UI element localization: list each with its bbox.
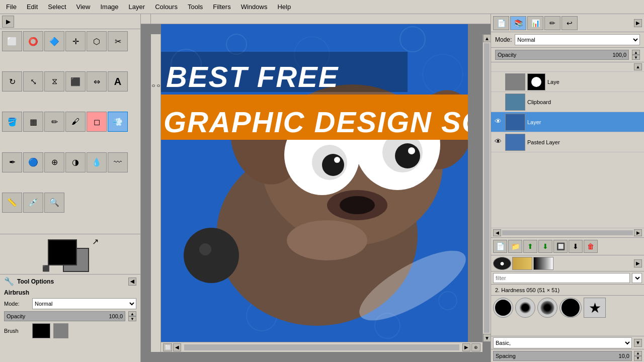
duplicate-layer-btn[interactable]: ⬇ [569, 240, 583, 253]
new-layer-btn[interactable]: 📄 [493, 240, 507, 253]
tool-rotate[interactable]: ↻ [2, 71, 22, 92]
layer-eye-clipboard[interactable] [493, 97, 503, 107]
layer-item-layer[interactable]: 👁 Layer [491, 112, 644, 132]
canvas-container[interactable]: 1 0 0 5 [151, 24, 491, 352]
scrollbar-bottom[interactable]: ⬜ ◀ ▶ ⊕ [161, 342, 482, 352]
menu-view[interactable]: View [72, 2, 95, 12]
layers-channels-btn[interactable]: 📊 [527, 16, 543, 30]
zoom-icon[interactable]: ⊕ [471, 343, 480, 351]
tool-color-picker[interactable]: 💉 [23, 193, 43, 213]
tool-smudge[interactable]: 〰 [108, 152, 128, 172]
tool-airbrush[interactable]: 💨 [108, 112, 128, 132]
menu-edit[interactable]: Edit [23, 2, 42, 12]
layer-eye-laye[interactable] [493, 77, 503, 87]
tool-ellipse-select[interactable]: ⭕ [23, 31, 43, 51]
scroll-up-arrow[interactable]: ▲ [483, 34, 491, 42]
menu-layer[interactable]: Layer [125, 2, 149, 12]
tool-flip[interactable]: ⇔ [87, 71, 107, 92]
scroll-thumb-vertical[interactable] [484, 43, 490, 333]
tool-measure[interactable]: 📏 [2, 193, 22, 213]
tool-paintbrush[interactable]: 🖌 [65, 112, 86, 132]
opacity-down[interactable]: ▼ [128, 316, 136, 321]
layers-scroll-left[interactable]: ◀ [493, 229, 501, 236]
brush-item-4[interactable] [559, 298, 582, 318]
brush-item-5[interactable]: ★ [584, 298, 606, 318]
layer-eye-layer[interactable]: 👁 [493, 117, 503, 127]
menu-colours[interactable]: Colours [151, 2, 182, 12]
swap-colors-icon[interactable]: ↗ [92, 237, 99, 246]
tool-crop[interactable]: ✂ [108, 31, 128, 51]
layers-page-btn[interactable]: 📄 [493, 16, 509, 30]
tool-eraser[interactable]: ◻ [87, 112, 107, 132]
brush-item-2[interactable] [515, 298, 535, 318]
foreground-color[interactable] [48, 239, 77, 265]
toolbar-nav-btn[interactable]: ▶ [2, 16, 14, 28]
scroll-left-arrow[interactable]: ◀ [173, 343, 181, 351]
tool-blend[interactable]: ▦ [23, 112, 43, 132]
layers-opacity-down[interactable]: ▼ [632, 55, 640, 60]
tool-free-select[interactable]: 🔷 [44, 31, 64, 51]
brush-filter-dropdown[interactable]: ▼ [632, 273, 642, 283]
brush-brushes-btn[interactable] [533, 257, 553, 270]
brush-patterns-btn[interactable]: ● [493, 257, 511, 270]
menu-windows[interactable]: Windows [237, 2, 272, 12]
canvas-image-area[interactable]: BEST FREE GRAPHIC DESIGN SOFTWARE [161, 24, 482, 344]
layers-mode-select[interactable]: Normal Multiply Screen [515, 34, 640, 45]
lower-layer-btn[interactable]: ⬇ [538, 240, 552, 253]
brush-type-select[interactable]: Basic, [493, 337, 632, 348]
tool-blur-sharpen[interactable]: 💧 [87, 152, 107, 172]
layers-stack-btn[interactable]: 📚 [510, 16, 526, 30]
scroll-thumb-horizontal[interactable] [184, 344, 459, 350]
brush-spacing-slider[interactable]: Spacing 10,0 [493, 351, 632, 361]
tool-heal[interactable]: ⊕ [44, 152, 64, 172]
anchor-layer-btn[interactable]: 🔲 [553, 240, 568, 253]
layers-paths-btn[interactable]: ✏ [544, 16, 560, 30]
layers-opacity-slider[interactable]: Opacity 100,0 [495, 50, 629, 60]
brush-item-1[interactable] [493, 298, 513, 318]
scrollbar-right[interactable]: ▲ ▼ [482, 34, 491, 342]
delete-layer-btn[interactable]: 🗑 [584, 240, 598, 253]
raise-layer-btn[interactable]: ⬆ [523, 240, 537, 253]
menu-select[interactable]: Select [44, 2, 70, 12]
brush-type-collapse[interactable]: ▼ [634, 339, 642, 347]
brushes-collapse[interactable]: ▶ [634, 259, 642, 267]
layers-collapse[interactable]: ▶ [634, 19, 642, 27]
layers-scroll-up[interactable]: ▲ [634, 63, 642, 70]
tool-zoom[interactable]: 🔍 [44, 193, 64, 213]
open-layer-btn[interactable]: 📁 [508, 240, 522, 253]
menu-tools[interactable]: Tools [184, 2, 207, 12]
scroll-right-arrow[interactable]: ▶ [462, 343, 470, 351]
mode-select[interactable]: Normal Multiply Screen [32, 298, 136, 309]
menu-image[interactable]: Image [96, 2, 122, 12]
layers-undo-btn[interactable]: ↩ [561, 16, 578, 30]
layers-hscroll-thumb[interactable] [502, 230, 633, 235]
menu-file[interactable]: File [2, 2, 21, 12]
brush-item-3[interactable] [537, 298, 557, 318]
brush-spacing-up[interactable]: ▲ [634, 351, 642, 356]
scroll-down-arrow[interactable]: ▼ [483, 334, 491, 342]
tool-dodge-burn[interactable]: ◑ [65, 152, 86, 172]
tool-shear[interactable]: ⧖ [44, 71, 64, 92]
reset-colors-icon[interactable]: ⬛ [42, 265, 50, 272]
tool-ink[interactable]: ✒ [2, 152, 22, 172]
fit-image-btn[interactable]: ⬜ [163, 343, 172, 351]
tool-options-collapse[interactable]: ◀ [128, 278, 136, 286]
tool-clone[interactable]: 🔵 [23, 152, 43, 172]
tool-scale[interactable]: ⤡ [23, 71, 43, 92]
layer-item-clipboard[interactable]: Clipboard [491, 92, 644, 112]
layer-eye-pasted[interactable]: 👁 [493, 137, 503, 147]
layers-scroll-right[interactable]: ▶ [634, 229, 642, 236]
layer-item-laye[interactable]: Laye [491, 72, 644, 92]
opacity-up[interactable]: ▲ [128, 311, 136, 316]
brush-gradients-btn[interactable] [512, 257, 532, 270]
tool-perspective[interactable]: ⬛ [65, 71, 86, 92]
tool-bucket-fill[interactable]: 🪣 [2, 112, 22, 132]
layers-opacity-up[interactable]: ▲ [632, 50, 640, 55]
tool-move[interactable]: ✛ [65, 31, 86, 51]
tool-pencil[interactable]: ✏ [44, 112, 64, 132]
tool-rect-select[interactable]: ⬜ [2, 31, 22, 51]
layer-item-pasted[interactable]: 👁 Pasted Layer [491, 132, 644, 152]
menu-help[interactable]: Help [273, 2, 295, 12]
tool-align[interactable]: ⬡ [87, 31, 107, 51]
brush-filter-input[interactable] [493, 273, 630, 283]
